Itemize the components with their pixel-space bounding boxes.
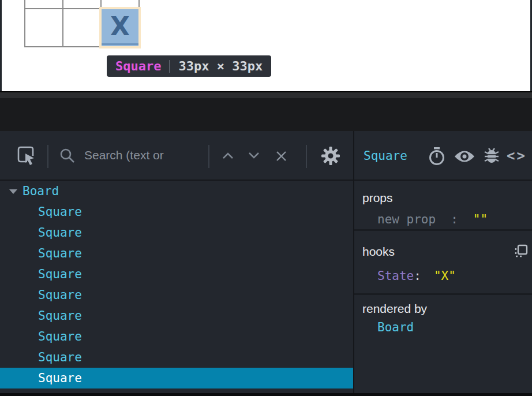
tree-node-square[interactable]: Square xyxy=(0,264,353,285)
tree-node-label: Board xyxy=(23,184,59,198)
search-input[interactable]: Search (text or xyxy=(84,148,164,162)
tree-node-square[interactable]: Square xyxy=(0,285,353,305)
tree-toolbar: Search (text or xyxy=(0,131,353,181)
tooltip-divider xyxy=(169,60,170,73)
tree-node-square[interactable]: Square xyxy=(0,347,353,368)
suspense-eye-icon[interactable] xyxy=(454,150,475,163)
tree-node-label: Square xyxy=(38,226,82,240)
hooks-section: hooks State:"X" xyxy=(354,231,532,295)
profiler-stopwatch-icon[interactable] xyxy=(428,147,446,166)
tree-node-label: Square xyxy=(38,246,82,260)
tree-node-label: Square xyxy=(38,205,82,219)
board-cell[interactable] xyxy=(25,9,63,47)
component-tree: Board Square Square Square Square Square… xyxy=(0,181,353,393)
expand-chevron-icon[interactable] xyxy=(9,189,17,194)
selected-component-name: Square xyxy=(364,149,407,163)
tree-node-label: Square xyxy=(38,350,82,364)
toolbar-divider xyxy=(208,145,209,168)
tree-node-square-selected[interactable]: Square xyxy=(0,368,353,388)
search-next-chevron-down-icon[interactable] xyxy=(248,152,260,159)
screenshot-root: X Square 33px × 33px Console 0 Problems … xyxy=(0,0,532,396)
toolbar-divider xyxy=(47,145,48,168)
tree-node-square[interactable]: Square xyxy=(0,326,353,347)
board-cell[interactable] xyxy=(63,9,102,47)
tree-node-label: Square xyxy=(38,371,82,385)
props-section-title: props xyxy=(354,191,532,205)
toolbar-divider xyxy=(306,145,307,168)
hooks-section-title: hooks xyxy=(354,245,532,259)
settings-gear-icon[interactable] xyxy=(320,145,341,166)
debug-bug-icon[interactable] xyxy=(484,146,500,166)
new-prop-value-input[interactable]: "" xyxy=(473,212,488,226)
colon: : xyxy=(451,212,458,226)
inspected-square-highlight[interactable]: X xyxy=(102,9,138,46)
tree-node-label: Square xyxy=(38,288,82,302)
tree-node-board[interactable]: Board xyxy=(0,181,353,201)
board-cell[interactable] xyxy=(25,0,63,9)
tree-node-square[interactable]: Square xyxy=(0,201,353,222)
window-bottom-edge xyxy=(0,393,532,396)
tooltip-size-text: 33px × 33px xyxy=(178,59,263,73)
search-icon xyxy=(59,147,76,165)
inspect-tooltip: Square 33px × 33px xyxy=(107,55,271,77)
new-prop-row[interactable]: new prop:"" xyxy=(354,212,532,226)
tooltip-component-name: Square xyxy=(115,59,161,73)
inspector-detail-pane: props new prop:"" hooks State:"X" render… xyxy=(354,181,532,393)
tree-node-square[interactable]: Square xyxy=(0,305,353,326)
state-hook-row[interactable]: State:"X" xyxy=(354,269,532,283)
search-prev-chevron-up-icon[interactable] xyxy=(222,152,234,159)
state-hook-value[interactable]: "X" xyxy=(434,269,456,283)
board-cell[interactable] xyxy=(102,0,140,9)
rendered-by-board-link[interactable]: Board xyxy=(377,320,414,334)
new-prop-key-input[interactable]: new prop xyxy=(377,212,436,226)
react-devtools-panel: Search (text or xyxy=(0,131,532,393)
tree-node-label: Square xyxy=(38,330,82,343)
devtools-tabbar: Console 0 Problems 0 React DevTools 0 xyxy=(0,98,532,131)
clear-search-close-icon[interactable] xyxy=(275,150,287,162)
devtools-resize-handle[interactable] xyxy=(0,91,532,98)
inspect-element-icon[interactable] xyxy=(16,145,37,167)
tree-node-square[interactable]: Square xyxy=(0,222,353,243)
props-section: props new prop:"" xyxy=(354,181,532,231)
view-source-code-icon[interactable]: <> xyxy=(507,148,527,164)
tree-node-label: Square xyxy=(38,309,82,323)
colon: : xyxy=(414,269,421,283)
tree-node-square[interactable]: Square xyxy=(0,243,353,264)
page-viewport: X Square 33px × 33px xyxy=(2,0,530,91)
tree-node-label: Square xyxy=(38,267,82,281)
board-cell[interactable] xyxy=(63,0,102,9)
square-x-value: X xyxy=(110,14,130,39)
parse-hook-names-icon[interactable] xyxy=(514,244,529,259)
rendered-by-title: rendered by xyxy=(354,302,532,316)
rendered-by-row: Board xyxy=(354,320,532,334)
rendered-by-section: rendered by Board xyxy=(354,295,532,334)
state-hook-label: State xyxy=(377,269,414,283)
